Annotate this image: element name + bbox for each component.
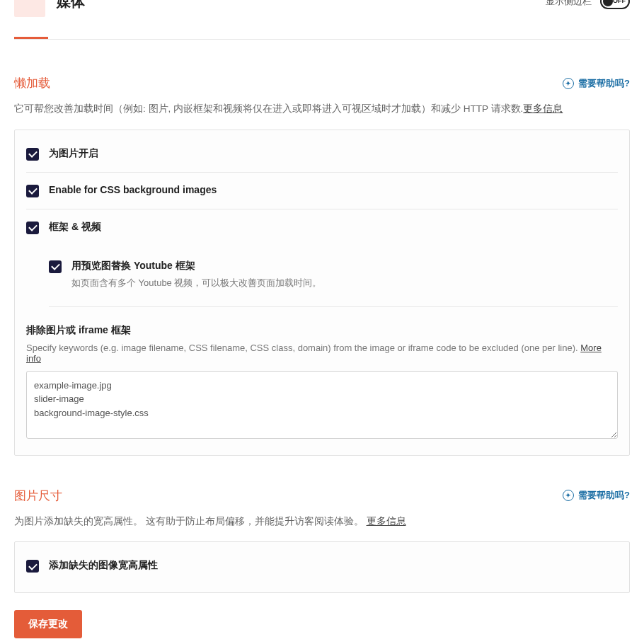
- label-frames: 框架 & 视频: [49, 221, 101, 234]
- exclude-description: Specify keywords (e.g. image filename, C…: [26, 343, 618, 364]
- save-button[interactable]: 保存更改: [14, 610, 82, 638]
- option-row-frames: 框架 & 视频: [26, 209, 618, 246]
- header-right: 显示侧边栏 OFF: [546, 0, 630, 9]
- help-link-lazy[interactable]: ✦ 需要帮助吗?: [563, 77, 630, 90]
- image-dims-section-header: 图片尺寸 ✦ 需要帮助吗?: [14, 488, 630, 504]
- page-title: 媒体: [57, 0, 85, 11]
- exclude-section: 排除图片或 iframe 框架 Specify keywords (e.g. i…: [26, 307, 618, 441]
- exclude-title: 排除图片或 iframe 框架: [26, 324, 618, 337]
- image-dims-title: 图片尺寸: [14, 488, 62, 504]
- option-row-add-dims: 添加缺失的图像宽高属性: [26, 553, 618, 578]
- label-add-dims: 添加缺失的图像宽高属性: [49, 559, 158, 572]
- checkbox-css-bg[interactable]: [26, 185, 39, 197]
- label-youtube-preview: 用预览图替换 Youtube 框架: [71, 260, 321, 272]
- page-header: 媒体 显示侧边栏 OFF: [14, 0, 630, 37]
- help-icon: ✦: [563, 78, 574, 89]
- lazy-load-section-header: 懒加载 ✦ 需要帮助吗?: [14, 75, 630, 91]
- checkbox-images[interactable]: [26, 148, 39, 161]
- exclude-textarea[interactable]: [26, 371, 618, 439]
- image-dims-description: 为图片添加缺失的宽高属性。 这有助于防止布局偏移，并能提升访客阅读体验。 更多信…: [14, 514, 630, 529]
- sidebar-toggle[interactable]: OFF: [600, 0, 630, 9]
- label-images: 为图片开启: [49, 147, 98, 160]
- help-link-dims[interactable]: ✦ 需要帮助吗?: [563, 489, 630, 502]
- lazy-load-title: 懒加载: [14, 75, 50, 91]
- toggle-knob: [603, 0, 613, 6]
- label-css-bg: Enable for CSS background images: [49, 184, 217, 195]
- desc-youtube-preview: 如页面含有多个 Youtube 视频，可以极大改善页面加载时间。: [71, 277, 321, 289]
- checkbox-frames[interactable]: [26, 222, 39, 234]
- toggle-off-text: OFF: [613, 0, 626, 4]
- checkbox-youtube-preview[interactable]: [49, 260, 62, 273]
- image-dims-panel: 添加缺失的图像宽高属性: [14, 541, 630, 593]
- lazy-load-description: 它可帮您改善加载时间（例如: 图片, 内嵌框架和视频将仅在进入或即将进入可视区域…: [14, 101, 630, 117]
- more-info-link-dims[interactable]: 更多信息: [367, 516, 406, 527]
- sidebar-toggle-label: 显示侧边栏: [546, 0, 592, 8]
- option-row-css-bg: Enable for CSS background images: [26, 173, 618, 209]
- checkbox-add-dims[interactable]: [26, 560, 39, 573]
- media-icon: [14, 0, 45, 17]
- help-label: 需要帮助吗?: [578, 77, 630, 90]
- option-row-images: 为图片开启: [26, 142, 618, 173]
- divider: [14, 39, 630, 40]
- help-icon: ✦: [563, 490, 574, 501]
- more-info-link[interactable]: 更多信息: [523, 103, 563, 114]
- sub-option-youtube: 用预览图替换 Youtube 框架 如页面含有多个 Youtube 视频，可以极…: [26, 246, 618, 307]
- help-label: 需要帮助吗?: [578, 489, 630, 502]
- header-left: 媒体: [14, 0, 85, 31]
- lazy-load-panel: 为图片开启 Enable for CSS background images 框…: [14, 130, 630, 456]
